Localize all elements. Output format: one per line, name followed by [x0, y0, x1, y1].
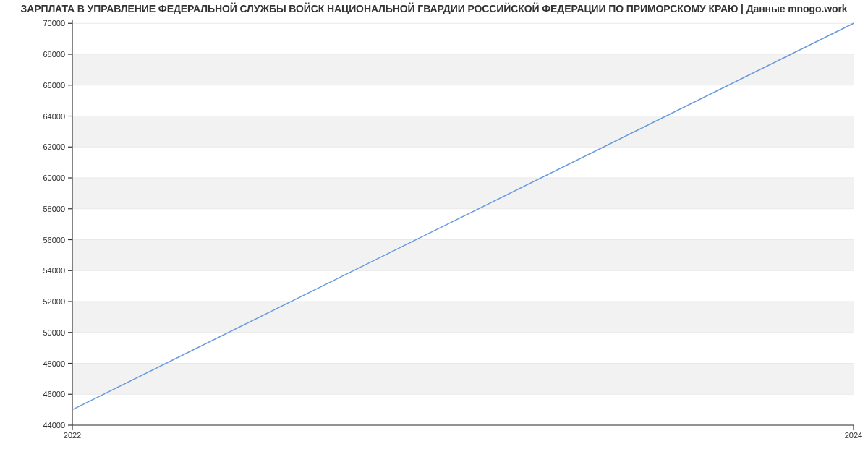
grid-band [72, 302, 854, 333]
grid-band [72, 364, 854, 395]
y-tick-label: 62000 [43, 142, 65, 151]
y-tick-label: 60000 [43, 174, 65, 182]
x-tick-label: 2024 [845, 431, 862, 440]
x-tick-label: 2022 [64, 431, 81, 440]
y-tick-label: 68000 [43, 50, 65, 59]
y-tick-label: 44000 [43, 421, 65, 430]
y-tick-label: 66000 [43, 81, 65, 90]
y-tick-label: 58000 [43, 205, 65, 213]
y-tick-label: 70000 [43, 19, 65, 27]
grid-band [72, 116, 854, 148]
grid-band [72, 54, 854, 85]
y-tick-label: 46000 [43, 390, 65, 398]
grid-band [72, 178, 854, 209]
chart-title: ЗАРПЛАТА В УПРАВЛЕНИЕ ФЕДЕРАЛЬНОЙ СЛУЖБЫ… [0, 3, 868, 14]
y-tick-label: 50000 [43, 328, 65, 337]
y-tick-label: 52000 [43, 297, 65, 306]
y-tick-label: 48000 [43, 359, 65, 368]
chart-container: ЗАРПЛАТА В УПРАВЛЕНИЕ ФЕДЕРАЛЬНОЙ СЛУЖБЫ… [0, 0, 868, 470]
chart-svg: 4400046000480005000052000540005600058000… [72, 20, 854, 454]
y-tick-label: 54000 [43, 266, 65, 275]
grid-band [72, 240, 854, 271]
y-tick-label: 64000 [43, 112, 65, 121]
chart-plot: 4400046000480005000052000540005600058000… [72, 20, 854, 440]
y-tick-label: 56000 [43, 236, 65, 244]
